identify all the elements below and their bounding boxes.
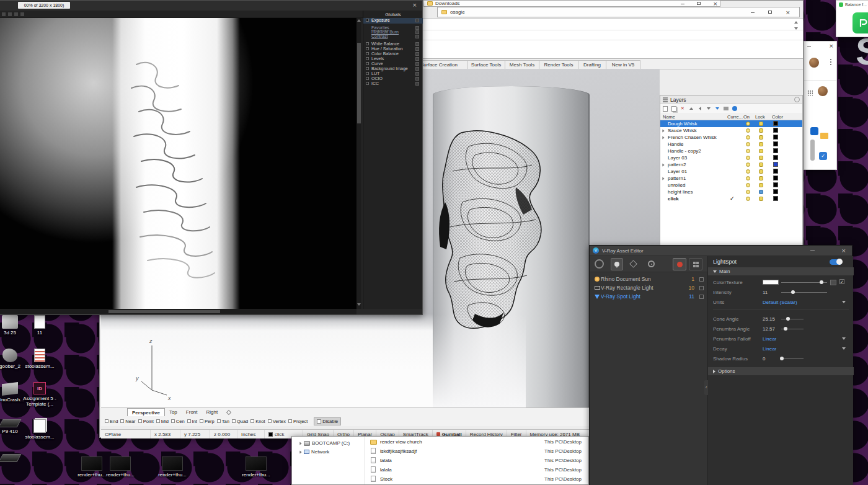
layer-row[interactable]: Handle: [660, 141, 802, 148]
adjustment-row-background-image[interactable]: Background Image: [363, 66, 423, 71]
layer-color-swatch[interactable]: [773, 196, 778, 201]
scroll-down-icon[interactable]: [357, 303, 361, 306]
new-viewport-icon[interactable]: [226, 409, 231, 414]
light-list-item-selected[interactable]: V-Ray Spot Light 11: [590, 292, 707, 301]
layer-lock-icon[interactable]: [759, 149, 763, 153]
layer-on-icon[interactable]: [746, 176, 750, 180]
toolbar-icon[interactable]: [20, 12, 24, 16]
adjustment-link-contrast[interactable]: Contrast: [363, 34, 423, 39]
layer-lock-icon[interactable]: [759, 142, 763, 146]
layer-lock-icon[interactable]: [759, 197, 763, 201]
viewport-tab-front[interactable]: Front: [182, 408, 202, 416]
layer-color-swatch[interactable]: [773, 169, 778, 174]
layer-row[interactable]: Layer 01: [660, 168, 802, 175]
vertical-scrollbar[interactable]: [356, 18, 361, 309]
section-options[interactable]: Options: [708, 367, 854, 375]
adjustment-row-white-balance[interactable]: White Balance: [363, 42, 423, 47]
layer-row[interactable]: Handle - copy2: [660, 148, 802, 154]
checkbox[interactable]: [366, 47, 369, 50]
layer-on-icon[interactable]: [746, 169, 750, 174]
osnap-mid[interactable]: Mid: [156, 419, 169, 424]
layer-options-icon[interactable]: [415, 72, 419, 76]
layer-lock-icon[interactable]: [759, 156, 763, 160]
layer-options-icon[interactable]: [415, 42, 419, 46]
layer-lock-icon[interactable]: [759, 176, 763, 180]
horizontal-scrollbar[interactable]: [0, 309, 356, 314]
layer-on-icon[interactable]: [746, 156, 750, 160]
layer-color-swatch[interactable]: [773, 182, 778, 187]
layer-color-swatch[interactable]: [773, 189, 778, 194]
folder-app-icon[interactable]: [820, 133, 828, 139]
layer-row-current[interactable]: click ✓: [660, 195, 802, 202]
layer-options-icon[interactable]: [415, 62, 419, 66]
new-layer-icon[interactable]: [662, 105, 668, 112]
layer-lock-icon[interactable]: [759, 135, 763, 140]
slider-knob[interactable]: [780, 357, 784, 360]
blue-app-icon[interactable]: [810, 127, 818, 135]
expand-arrow-icon[interactable]: [662, 164, 664, 167]
osagie-window-titlebar[interactable]: osagie ×: [437, 7, 800, 17]
slider-knob[interactable]: [784, 327, 787, 331]
layer-color-swatch[interactable]: [773, 128, 778, 133]
checkbox[interactable]: [138, 419, 142, 423]
lights-icon[interactable]: [611, 258, 623, 270]
checkbox[interactable]: [171, 419, 175, 423]
layer-lock-icon[interactable]: [759, 122, 763, 126]
tab-mesh-tools[interactable]: Mesh Tools: [505, 60, 539, 69]
layer-color-swatch[interactable]: [773, 148, 778, 153]
checkbox[interactable]: [699, 286, 704, 290]
move-up-icon[interactable]: [688, 105, 694, 112]
layer-on-icon[interactable]: [746, 149, 750, 153]
layer-tools-icon[interactable]: [723, 105, 729, 112]
apps-grid-icon[interactable]: [807, 90, 813, 96]
layer-lock-icon[interactable]: [759, 162, 763, 167]
desktop-icon[interactable]: render+thu...: [154, 456, 191, 478]
checkbox[interactable]: [105, 419, 108, 423]
zoom-level-label[interactable]: 00% of 3200 x 1800): [18, 2, 70, 9]
chevron-down-icon[interactable]: [842, 337, 846, 340]
adjustment-row-icc[interactable]: ICC: [363, 81, 423, 86]
layer-on-icon[interactable]: [746, 142, 750, 146]
scroll-up-icon[interactable]: [794, 21, 798, 24]
expand-arrow-icon[interactable]: [299, 450, 301, 453]
enable-toggle[interactable]: [830, 259, 842, 265]
desktop-icon[interactable]: render+thu...: [237, 456, 275, 478]
layer-on-icon[interactable]: [746, 197, 750, 201]
close-icon[interactable]: ×: [786, 10, 790, 16]
slider-knob[interactable]: [786, 317, 790, 321]
layer-color-swatch[interactable]: [773, 121, 778, 126]
layer-on-icon[interactable]: [746, 162, 750, 167]
green-app-icon[interactable]: [852, 12, 868, 33]
collapse-panel-handle[interactable]: ‹: [704, 380, 708, 395]
slider-track[interactable]: [781, 319, 804, 319]
scrollbar[interactable]: [810, 140, 815, 161]
layer-options-icon[interactable]: [415, 67, 419, 71]
expand-arrow-icon[interactable]: [662, 177, 664, 180]
desktop-icon[interactable]: ID Assignment 5 - Template (...: [21, 382, 58, 407]
layer-color-swatch[interactable]: [773, 176, 778, 180]
osnap-quad[interactable]: Quad: [232, 419, 248, 424]
close-icon[interactable]: ×: [841, 248, 846, 254]
more-menu-icon[interactable]: [830, 59, 831, 60]
adjustment-row-curve[interactable]: Curve: [363, 61, 423, 66]
sidebar-item-bootcamp[interactable]: BOOTCAMP (C:): [299, 440, 350, 446]
checkbox[interactable]: [366, 19, 369, 22]
close-icon[interactable]: ×: [713, 1, 718, 7]
layer-options-icon[interactable]: [415, 35, 419, 38]
checkbox[interactable]: [699, 277, 704, 282]
close-icon[interactable]: ×: [412, 2, 417, 8]
layer-on-icon[interactable]: [746, 135, 750, 140]
slider-track[interactable]: [781, 358, 804, 359]
expand-all-icon[interactable]: [706, 105, 712, 112]
checkbox[interactable]: [366, 62, 369, 65]
layers-panel-header[interactable]: Layers: [660, 96, 802, 104]
tab-render-tools[interactable]: Render Tools: [539, 60, 578, 69]
settings-icon[interactable]: [648, 260, 655, 267]
layer-color-swatch[interactable]: [773, 155, 778, 160]
layer-row[interactable]: Layer 03: [660, 154, 802, 161]
osnap-near[interactable]: Near: [120, 419, 135, 424]
slider-knob[interactable]: [791, 290, 795, 294]
layer-color-swatch[interactable]: [773, 141, 778, 146]
layer-on-icon[interactable]: [746, 190, 750, 194]
color-swatch[interactable]: [763, 280, 779, 285]
